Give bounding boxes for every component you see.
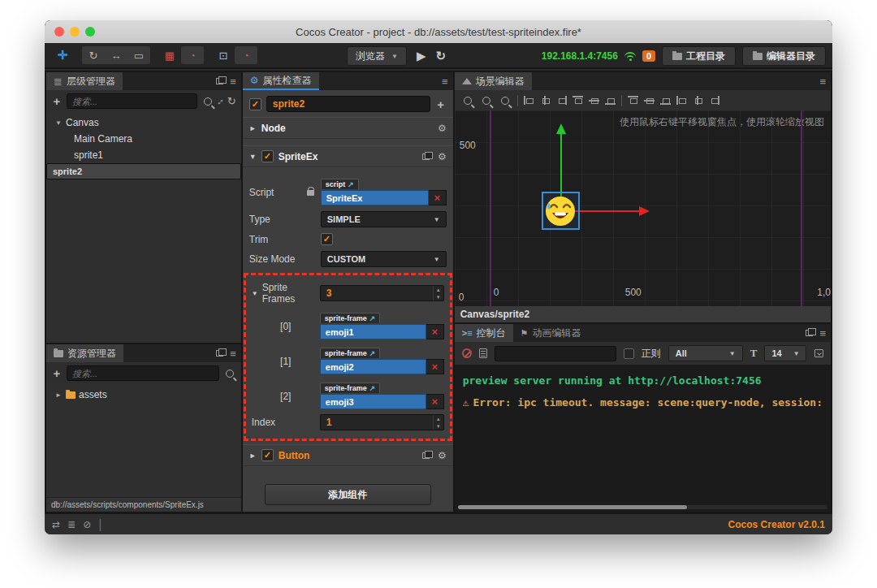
console-hscrollbar[interactable] [458,505,827,509]
tree-node-assets[interactable]: ► assets [46,387,241,403]
create-asset-button[interactable]: + [51,366,63,380]
node-active-checkbox[interactable]: ✓ [249,98,261,110]
font-size-dropdown[interactable]: 14 ▼ [764,345,806,361]
refresh-icon[interactable]: ↻ [227,95,236,107]
frame-1-field[interactable]: emoji2 [320,359,426,374]
clear-frame-0-button[interactable]: × [426,324,444,339]
tree-node-canvas[interactable]: ▼ Canvas [46,115,241,131]
scrollbar-thumb[interactable] [458,505,687,509]
selected-sprite[interactable] [542,192,580,230]
external-link-icon[interactable]: ↗ [348,180,354,188]
node-name-input[interactable] [266,96,430,112]
console-filter-input[interactable] [495,346,616,361]
distribute-top-icon[interactable] [628,96,638,105]
chevron-down-icon[interactable]: ▼ [54,119,63,127]
chevron-down-icon[interactable]: ▼ [249,153,257,161]
rect-tool-icon[interactable]: ▭ [127,46,150,64]
stepper[interactable]: ▴▾ [433,415,443,430]
panel-menu-icon[interactable]: ≡ [230,76,236,88]
spriteex-section-header[interactable]: ▼ ✓ SpriteEx ⚙ [243,145,453,167]
minimize-window-button[interactable] [70,27,80,37]
node-section-header[interactable]: ► Node ⚙ [243,117,453,139]
scale-tool-icon[interactable]: ↔ [105,46,127,64]
expand-all-icon[interactable]: ↕ [215,95,227,106]
align-bottom-icon[interactable] [605,96,616,105]
tab-inspector[interactable]: ⚙ 属性检查器 [243,72,319,90]
chevron-right-icon[interactable]: ► [249,452,257,460]
preview-target-dropdown[interactable]: 浏览器 ▼ [347,46,407,66]
search-icon[interactable] [226,370,234,378]
tab-hierarchy[interactable]: ≣ 层级管理器 [46,72,123,90]
tab-console[interactable]: >≡ 控制台 [455,324,513,342]
region-tool-icon[interactable]: ⊡ [212,46,235,64]
chevron-right-icon[interactable]: ► [249,124,257,132]
log-level-dropdown[interactable]: All ▼ [668,345,743,361]
tree-node-sprite1[interactable]: sprite1 [46,147,241,163]
align-right-icon[interactable] [556,96,567,105]
open-project-dir-button[interactable]: 工程目录 [662,46,736,66]
trim-checkbox[interactable]: ✓ [321,233,333,245]
clear-console-icon[interactable] [462,348,472,358]
gear-icon[interactable]: ⚙ [438,123,447,134]
zoom-out-icon[interactable] [464,97,472,105]
spriteex-enabled-checkbox[interactable]: ✓ [261,150,274,162]
distribute-bottom-icon[interactable] [660,96,671,105]
distribute-middle-icon[interactable] [644,96,655,105]
tree-node-sprite2[interactable]: sprite2 [46,163,241,179]
stepper[interactable]: ▴▾ [433,286,443,300]
open-log-file-icon[interactable] [479,348,487,358]
hierarchy-search-input[interactable] [67,93,197,109]
panel-menu-icon[interactable]: ≡ [819,76,826,88]
align-center-h-icon[interactable] [540,96,551,105]
gear-icon[interactable]: ⚙ [438,151,447,162]
help-doc-icon[interactable] [422,452,430,459]
tab-animation-editor[interactable]: ⚑ 动画编辑器 [513,324,589,342]
help-doc-icon[interactable] [422,153,430,160]
chevron-right-icon[interactable]: ► [54,391,63,399]
align-top-icon[interactable] [572,96,583,105]
compile-icon[interactable]: ⊘ [83,519,91,530]
float-panel-icon[interactable] [806,330,813,336]
align-left-icon[interactable] [524,96,534,105]
gizmo-toggle-icon[interactable]: ◔ [235,46,257,64]
rotate-tool-icon[interactable]: ↻ [82,46,105,64]
regex-checkbox[interactable] [624,348,634,359]
pivot-toggle-icon[interactable]: ▦ [158,46,181,64]
gear-icon[interactable]: ⚙ [438,450,447,461]
chevron-down-icon[interactable]: ▼ [252,290,258,297]
panel-menu-icon[interactable]: ≡ [442,76,448,88]
size-mode-dropdown[interactable]: CUSTOM ▼ [321,251,447,267]
clear-frame-2-button[interactable]: × [426,394,444,409]
align-middle-icon[interactable] [589,96,599,105]
cache-icon[interactable]: ≣ [67,519,76,530]
distribute-right-icon[interactable] [709,96,719,105]
distribute-center-icon[interactable] [693,96,703,105]
sync-icon[interactable]: ⇄ [52,519,60,530]
zoom-window-button[interactable] [85,27,95,37]
sprite-frames-label-wrap[interactable]: ▼ Sprite Frames [252,282,320,305]
type-dropdown[interactable]: SIMPLE ▼ [321,211,447,227]
add-node-button[interactable]: + [435,97,447,111]
tree-node-main-camera[interactable]: Main Camera [46,131,241,147]
create-node-button[interactable]: + [51,94,63,108]
frame-0-field[interactable]: emoji1 [320,324,426,339]
close-window-button[interactable] [54,27,64,37]
open-editor-dir-button[interactable]: 编辑器目录 [742,46,826,66]
sprite-frames-count-input[interactable]: 3 ▴▾ [320,285,444,301]
search-icon[interactable] [204,97,212,106]
play-button[interactable]: ▶ [417,49,426,63]
panel-menu-icon[interactable]: ≡ [819,327,826,339]
zoom-reset-icon[interactable] [482,97,490,105]
float-panel-icon[interactable] [216,350,223,357]
assets-search-input[interactable] [67,365,219,381]
add-component-button[interactable]: 添加组件 [265,484,431,505]
external-link-icon[interactable]: ↗ [369,349,376,357]
float-panel-icon[interactable] [216,78,223,84]
external-link-icon[interactable]: ↗ [369,384,376,392]
script-asset-field[interactable]: SpriteEx [321,190,429,205]
frame-2-field[interactable]: emoji3 [320,394,426,409]
panel-menu-icon[interactable]: ≡ [230,348,236,360]
tab-assets[interactable]: 资源管理器 [46,344,123,362]
zoom-in-icon[interactable] [501,97,509,105]
clear-frame-1-button[interactable]: × [426,359,444,374]
